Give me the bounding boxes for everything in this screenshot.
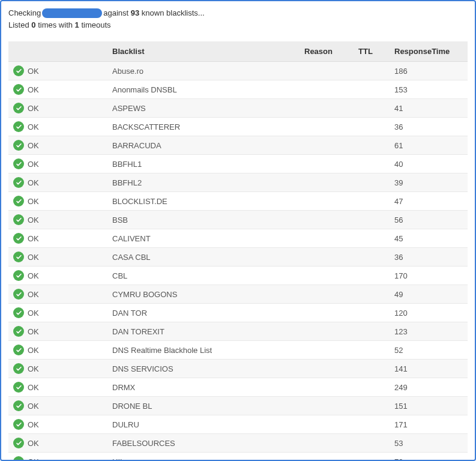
status-text: OK <box>28 178 39 187</box>
ttl-cell <box>354 360 390 378</box>
ttl-cell <box>354 80 390 99</box>
status-text: OK <box>28 420 39 429</box>
response-time-cell: 45 <box>390 229 468 248</box>
status-cell: OK <box>8 136 107 155</box>
reason-cell <box>300 155 354 173</box>
reason-cell <box>300 211 354 229</box>
status-text: OK <box>28 67 39 76</box>
table-row: OKCYMRU BOGONS49 <box>8 285 468 304</box>
blacklist-name: DRONE BL <box>107 397 300 415</box>
ttl-cell <box>354 341 390 360</box>
status-cell: OK <box>8 378 107 397</box>
table-row: OKDRMX249 <box>8 378 468 397</box>
reason-cell <box>300 99 354 118</box>
status-text: OK <box>28 402 39 411</box>
status-text: OK <box>28 364 39 373</box>
check-circle-icon <box>13 177 24 188</box>
status-cell: OK <box>8 173 107 192</box>
check-circle-icon <box>13 438 24 448</box>
table-row: OKBSB56 <box>8 211 468 229</box>
status-text: OK <box>28 327 39 336</box>
blacklist-name: DNS Realtime Blackhole List <box>107 341 300 360</box>
blacklist-name: CASA CBL <box>107 248 300 267</box>
status-text: OK <box>28 234 39 243</box>
ttl-cell <box>354 99 390 118</box>
check-circle-icon <box>13 121 24 132</box>
table-row: OKDAN TOREXIT123 <box>8 322 468 341</box>
col-reason[interactable]: Reason <box>300 41 354 62</box>
col-status[interactable] <box>8 41 107 62</box>
status-text: OK <box>28 122 39 131</box>
status-text: OK <box>28 104 39 113</box>
check-circle-icon <box>13 84 24 95</box>
check-circle-icon <box>13 158 24 169</box>
check-circle-icon <box>13 363 24 374</box>
blacklist-name: BARRACUDA <box>107 136 300 155</box>
reason-cell <box>300 415 354 434</box>
ttl-cell <box>354 378 390 397</box>
response-time-cell: 39 <box>390 173 468 192</box>
check-circle-icon <box>13 140 24 151</box>
response-time-cell: 47 <box>390 192 468 211</box>
status-cell: OK <box>8 155 107 173</box>
table-row: OKDRONE BL151 <box>8 397 468 415</box>
status-cell: OK <box>8 267 107 285</box>
reason-cell <box>300 229 354 248</box>
col-ttl[interactable]: TTL <box>354 41 390 62</box>
blacklist-name: BSB <box>107 211 300 229</box>
table-wrapper: Blacklist Reason TTL ResponseTime OKAbus… <box>1 35 475 461</box>
status-cell: OK <box>8 248 107 267</box>
reason-cell <box>300 192 354 211</box>
check-circle-icon <box>13 400 24 411</box>
check-circle-icon <box>13 103 24 113</box>
reason-cell <box>300 267 354 285</box>
listed-mid: times with <box>38 20 73 29</box>
response-time-cell: 49 <box>390 285 468 304</box>
status-cell: OK <box>8 62 107 80</box>
table-row: OKCBL170 <box>8 267 468 285</box>
table-row: OKCASA CBL36 <box>8 248 468 267</box>
redacted-ip <box>42 8 102 18</box>
check-circle-icon <box>13 326 24 337</box>
check-circle-icon <box>13 65 24 76</box>
reason-cell <box>300 173 354 192</box>
table-row: OKASPEWS41 <box>8 99 468 118</box>
response-time-cell: 36 <box>390 118 468 136</box>
checking-mid: against <box>103 7 128 19</box>
listed-prefix: Listed <box>8 20 29 29</box>
check-circle-icon <box>13 456 24 461</box>
blacklist-name: ASPEWS <box>107 99 300 118</box>
ttl-cell <box>354 173 390 192</box>
response-time-cell: 61 <box>390 136 468 155</box>
status-cell: OK <box>8 341 107 360</box>
status-text: OK <box>28 346 39 355</box>
response-time-cell: 52 <box>390 341 468 360</box>
check-circle-icon <box>13 252 24 262</box>
table-row: OKHIL70 <box>8 453 468 462</box>
reason-cell <box>300 434 354 453</box>
table-row: OKDNS SERVICIOS141 <box>8 360 468 378</box>
check-circle-icon <box>13 270 24 281</box>
check-circle-icon <box>13 214 24 225</box>
table-row: OKBACKSCATTERER36 <box>8 118 468 136</box>
ttl-cell <box>354 229 390 248</box>
ttl-cell <box>354 118 390 136</box>
response-time-cell: 153 <box>390 80 468 99</box>
reason-cell <box>300 378 354 397</box>
response-time-cell: 123 <box>390 322 468 341</box>
status-cell: OK <box>8 211 107 229</box>
table-header-row: Blacklist Reason TTL ResponseTime <box>8 41 468 62</box>
col-blacklist[interactable]: Blacklist <box>107 41 300 62</box>
table-row: OKBBFHL140 <box>8 155 468 173</box>
blacklist-name: DNS SERVICIOS <box>107 360 300 378</box>
check-circle-icon <box>13 307 24 318</box>
response-time-cell: 41 <box>390 99 468 118</box>
ttl-cell <box>354 397 390 415</box>
blacklist-table: Blacklist Reason TTL ResponseTime OKAbus… <box>8 41 468 461</box>
response-time-cell: 40 <box>390 155 468 173</box>
page-container: Checking against 93 known blacklists... … <box>0 0 476 461</box>
status-cell: OK <box>8 360 107 378</box>
col-response-time[interactable]: ResponseTime <box>390 41 468 62</box>
check-circle-icon <box>13 196 24 206</box>
ttl-cell <box>354 192 390 211</box>
